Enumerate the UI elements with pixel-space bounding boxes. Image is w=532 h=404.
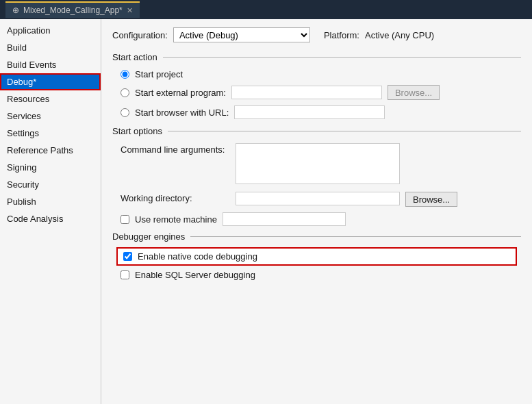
sidebar-item-debug[interactable]: Debug* <box>0 73 101 90</box>
tab-close-icon[interactable]: ✕ <box>127 6 133 15</box>
configuration-label: Configuration: <box>112 30 168 40</box>
enable-sql-checkbox[interactable] <box>121 270 129 279</box>
cmd-textarea-wrapper <box>236 143 400 186</box>
sidebar-item-publish[interactable]: Publish <box>0 193 101 210</box>
start-action-section-header: Start action <box>112 52 521 62</box>
radio-browser-url-row: Start browser with URL: <box>121 105 521 119</box>
sidebar-item-build[interactable]: Build <box>0 39 101 56</box>
radio-start-project-label[interactable]: Start project <box>135 69 183 79</box>
browse-external-button[interactable]: Browse... <box>388 85 440 100</box>
debugger-engines-divider <box>190 236 521 237</box>
start-options-section-header: Start options <box>112 126 521 136</box>
platform-value: Active (Any CPU) <box>365 30 434 40</box>
start-options-divider <box>168 131 521 131</box>
configuration-select[interactable]: Active (Debug) <box>173 27 310 42</box>
sidebar-item-resources[interactable]: Resources <box>0 90 101 108</box>
browser-url-input[interactable] <box>234 105 385 119</box>
sidebar-item-application[interactable]: Application <box>0 22 101 39</box>
use-remote-checkbox[interactable] <box>121 215 129 224</box>
cmd-args-label: Command line arguments: <box>121 143 230 155</box>
working-dir-label: Working directory: <box>121 192 230 203</box>
sidebar: Application Build Build Events Debug* Re… <box>0 19 101 404</box>
start-options-title: Start options <box>112 126 162 136</box>
sidebar-item-services[interactable]: Services <box>0 108 101 125</box>
radio-external-program-row: Start external program: Browse... <box>121 85 521 100</box>
cmd-args-row: Command line arguments: <box>121 143 521 186</box>
enable-native-label[interactable]: Enable native code debugging <box>138 251 257 262</box>
start-action-title: Start action <box>112 52 157 62</box>
sidebar-item-settings[interactable]: Settings <box>0 125 101 142</box>
start-action-divider <box>163 57 521 58</box>
configuration-row: Configuration: Active (Debug) Platform: … <box>112 27 521 42</box>
sidebar-item-reference-paths[interactable]: Reference Paths <box>0 142 101 159</box>
sidebar-item-build-events[interactable]: Build Events <box>0 56 101 73</box>
radio-browser-url-label[interactable]: Start browser with URL: <box>135 108 229 118</box>
radio-browser-url[interactable] <box>121 108 129 117</box>
sidebar-item-signing[interactable]: Signing <box>0 159 101 176</box>
external-program-input[interactable] <box>231 86 382 99</box>
start-action-radio-group: Start project Start external program: Br… <box>121 69 521 119</box>
radio-start-project[interactable] <box>121 70 129 79</box>
browse-working-dir-button[interactable]: Browse... <box>405 192 457 207</box>
radio-external-program-label[interactable]: Start external program: <box>135 88 226 98</box>
main-layout: Application Build Build Events Debug* Re… <box>0 19 532 404</box>
platform-label: Platform: <box>324 30 359 40</box>
cmd-args-textarea[interactable] <box>236 143 400 184</box>
sidebar-item-code-analysis[interactable]: Code Analysis <box>0 210 101 227</box>
remote-machine-input[interactable] <box>223 212 346 226</box>
debugger-engines-title: Debugger engines <box>112 231 185 242</box>
enable-native-row: Enable native code debugging <box>118 249 516 264</box>
content-panel: Configuration: Active (Debug) Platform: … <box>101 19 532 404</box>
enable-sql-row: Enable SQL Server debugging <box>121 270 521 280</box>
radio-start-project-row: Start project <box>121 69 521 79</box>
title-bar: ⊕ Mixed_Mode_Calling_App* ✕ <box>0 0 532 19</box>
sidebar-item-security[interactable]: Security <box>0 176 101 193</box>
remote-machine-row: Use remote machine <box>121 212 521 226</box>
debugger-engines-section-header: Debugger engines <box>112 231 521 242</box>
tab-pin-icon: ⊕ <box>12 5 19 15</box>
working-dir-input[interactable] <box>236 192 400 205</box>
enable-sql-label[interactable]: Enable SQL Server debugging <box>135 270 255 280</box>
use-remote-label[interactable]: Use remote machine <box>135 214 217 225</box>
document-tab[interactable]: ⊕ Mixed_Mode_Calling_App* ✕ <box>5 1 140 18</box>
tab-title: Mixed_Mode_Calling_App* <box>23 5 123 15</box>
working-dir-row: Working directory: Browse... <box>121 192 521 207</box>
enable-native-checkbox[interactable] <box>123 252 132 261</box>
radio-external-program[interactable] <box>121 88 129 97</box>
